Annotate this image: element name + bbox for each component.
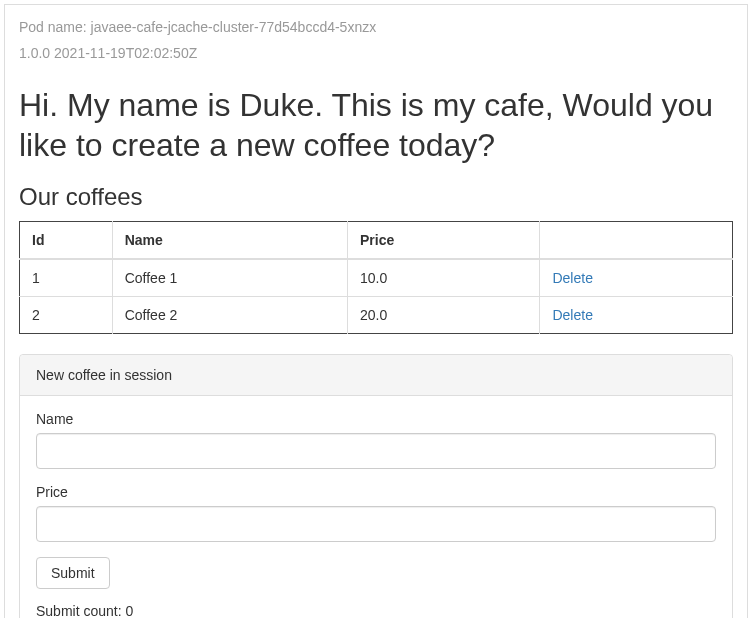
page-container: Pod name: javaee-cafe-jcache-cluster-77d…	[4, 4, 748, 618]
cell-price: 10.0	[347, 259, 540, 297]
panel-heading: New coffee in session	[20, 355, 732, 396]
table-header-row: Id Name Price	[20, 222, 733, 260]
pod-name: Pod name: javaee-cafe-jcache-cluster-77d…	[19, 19, 733, 35]
name-field-group: Name	[36, 411, 716, 469]
col-actions-header	[540, 222, 733, 260]
coffees-heading: Our coffees	[19, 183, 733, 211]
price-input[interactable]	[36, 506, 716, 542]
submit-count: Submit count: 0	[36, 603, 716, 618]
cell-name: Coffee 2	[112, 297, 347, 334]
delete-link[interactable]: Delete	[552, 307, 592, 323]
name-input[interactable]	[36, 433, 716, 469]
page-greeting: Hi. My name is Duke. This is my cafe, Wo…	[19, 85, 733, 165]
price-field-group: Price	[36, 484, 716, 542]
new-coffee-panel: New coffee in session Name Price Submit …	[19, 354, 733, 618]
price-label: Price	[36, 484, 716, 500]
table-row: 2 Coffee 2 20.0 Delete	[20, 297, 733, 334]
cell-name: Coffee 1	[112, 259, 347, 297]
col-id-header: Id	[20, 222, 113, 260]
version-info: 1.0.0 2021-11-19T02:02:50Z	[19, 45, 733, 61]
delete-link[interactable]: Delete	[552, 270, 592, 286]
table-row: 1 Coffee 1 10.0 Delete	[20, 259, 733, 297]
col-price-header: Price	[347, 222, 540, 260]
cell-id: 2	[20, 297, 113, 334]
cell-price: 20.0	[347, 297, 540, 334]
panel-body: Name Price Submit Submit count: 0	[20, 396, 732, 618]
name-label: Name	[36, 411, 716, 427]
cell-id: 1	[20, 259, 113, 297]
col-name-header: Name	[112, 222, 347, 260]
coffees-table: Id Name Price 1 Coffee 1 10.0 Delete 2 C…	[19, 221, 733, 334]
submit-button[interactable]: Submit	[36, 557, 110, 589]
